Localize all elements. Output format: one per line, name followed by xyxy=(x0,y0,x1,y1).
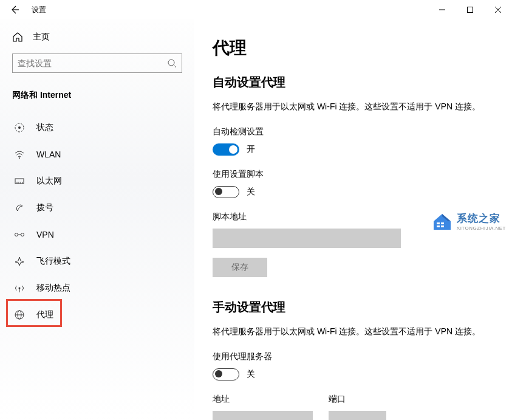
detect-toggle[interactable] xyxy=(213,143,239,156)
sidebar-item-label: 移动热点 xyxy=(36,283,70,294)
section-title: 网络和 Internet xyxy=(12,90,182,101)
addr-input xyxy=(213,411,313,420)
sidebar-item-dialup[interactable]: 拨号 xyxy=(12,195,182,221)
use-proxy-state: 关 xyxy=(247,369,255,380)
sidebar-item-label: 飞行模式 xyxy=(36,256,70,267)
svg-rect-23 xyxy=(437,225,440,227)
sidebar-item-label: 以太网 xyxy=(36,176,62,187)
sidebar-item-status[interactable]: 状态 xyxy=(12,114,182,141)
port-label: 端口 xyxy=(329,394,386,405)
use-proxy-toggle[interactable] xyxy=(213,368,239,380)
svg-line-5 xyxy=(174,65,176,67)
detect-toggle-row: 开 xyxy=(213,143,494,156)
search-box[interactable] xyxy=(12,53,182,73)
svg-rect-22 xyxy=(437,222,440,224)
home-icon xyxy=(12,32,23,43)
auto-description: 将代理服务器用于以太网或 Wi-Fi 连接。这些设置不适用于 VPN 连接。 xyxy=(213,100,494,113)
sidebar-item-airplane[interactable]: 飞行模式 xyxy=(12,248,182,275)
svg-point-14 xyxy=(15,233,18,236)
watermark-subtext: XITONGZHIJIA.NET xyxy=(457,225,506,231)
save-button: 保存 xyxy=(213,258,267,277)
minimize-button[interactable] xyxy=(428,0,456,19)
window-controls xyxy=(428,0,512,19)
detect-state: 开 xyxy=(247,144,255,155)
sidebar-item-vpn[interactable]: VPN xyxy=(12,221,182,248)
script-toggle-row: 关 xyxy=(213,186,494,198)
home-link[interactable]: 主页 xyxy=(12,32,182,43)
back-button[interactable] xyxy=(5,0,24,19)
sidebar-item-label: 拨号 xyxy=(36,202,53,213)
sidebar-item-hotspot[interactable]: 移动热点 xyxy=(12,275,182,301)
use-proxy-toggle-row: 关 xyxy=(213,368,494,380)
maximize-button[interactable] xyxy=(456,0,484,19)
manual-description: 将代理服务器用于以太网或 Wi-Fi 连接。这些设置不适用于 VPN 连接。 xyxy=(213,325,494,338)
script-state: 关 xyxy=(247,187,255,198)
page-title: 代理 xyxy=(213,36,494,60)
window-title: 设置 xyxy=(32,5,46,15)
svg-point-8 xyxy=(19,157,20,159)
sidebar-item-label: VPN xyxy=(36,230,54,239)
hotspot-icon xyxy=(13,282,26,294)
watermark-logo-icon xyxy=(431,212,453,231)
svg-point-7 xyxy=(18,126,21,129)
svg-point-4 xyxy=(168,60,174,66)
sidebar-item-proxy[interactable]: 代理 xyxy=(12,301,182,328)
sidebar-item-wlan[interactable]: WLAN xyxy=(12,141,182,168)
airplane-icon xyxy=(13,255,26,267)
sidebar-item-label: 状态 xyxy=(36,122,53,133)
status-icon xyxy=(13,122,26,134)
search-input[interactable] xyxy=(18,58,167,68)
titlebar: 设置 xyxy=(0,0,512,19)
use-proxy-label: 使用代理服务器 xyxy=(213,351,494,362)
svg-rect-24 xyxy=(441,222,444,224)
script-toggle[interactable] xyxy=(213,186,239,198)
addr-label: 地址 xyxy=(213,394,313,405)
watermark-text: 系统之家 xyxy=(457,212,506,225)
close-button[interactable] xyxy=(484,0,512,19)
manual-heading: 手动设置代理 xyxy=(213,299,494,315)
home-label: 主页 xyxy=(33,32,50,43)
globe-icon xyxy=(13,309,26,321)
sidebar-item-label: WLAN xyxy=(36,150,61,159)
svg-rect-1 xyxy=(468,7,473,13)
wifi-icon xyxy=(13,148,26,160)
ethernet-icon xyxy=(13,175,26,187)
sidebar: 主页 网络和 Internet 状态 WLAN 以太网 xyxy=(0,19,194,420)
sidebar-item-label: 代理 xyxy=(36,309,53,320)
vpn-icon xyxy=(13,229,26,241)
script-addr-input xyxy=(213,229,401,248)
svg-rect-25 xyxy=(441,225,444,227)
watermark: 系统之家 XITONGZHIJIA.NET xyxy=(431,212,506,231)
search-icon xyxy=(167,58,177,68)
auto-heading: 自动设置代理 xyxy=(213,74,494,91)
script-label: 使用设置脚本 xyxy=(213,169,494,180)
sidebar-item-ethernet[interactable]: 以太网 xyxy=(12,168,182,195)
port-input xyxy=(329,411,386,420)
dialup-icon xyxy=(13,202,26,214)
svg-point-15 xyxy=(21,233,24,236)
content-panel: 代理 自动设置代理 将代理服务器用于以太网或 Wi-Fi 连接。这些设置不适用于… xyxy=(194,19,512,420)
detect-label: 自动检测设置 xyxy=(213,126,494,137)
